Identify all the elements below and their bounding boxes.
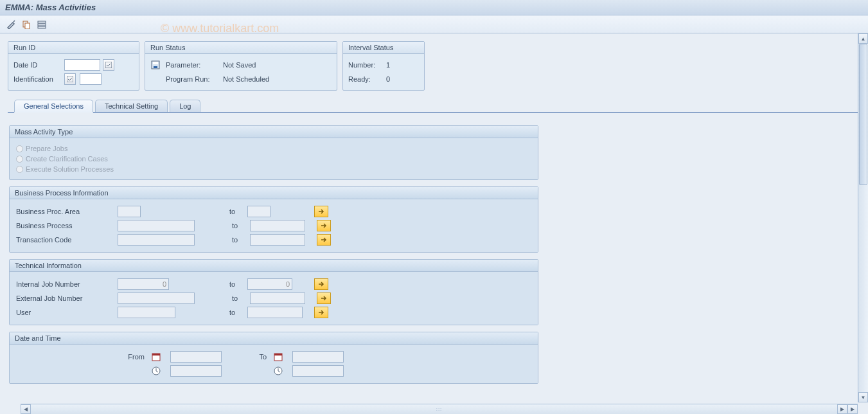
panel-run-id: Run ID Date ID Identification xyxy=(8,41,139,91)
clock-to-icon[interactable] xyxy=(273,366,283,376)
panel-run-status: Run Status Parameter: Not Saved Program … xyxy=(145,41,337,91)
identification-label: Identification xyxy=(13,75,62,83)
svg-rect-5 xyxy=(105,62,112,68)
group-business-process-info: Business Process Information Business Pr… xyxy=(9,186,538,253)
clock-from-icon[interactable] xyxy=(151,366,161,376)
svg-rect-6 xyxy=(67,76,73,82)
calendar-to-icon[interactable] xyxy=(273,352,283,362)
radio-icon xyxy=(16,145,23,152)
tab-log[interactable]: Log xyxy=(170,100,200,112)
tcode-from-input[interactable] xyxy=(118,234,195,246)
panel-header-run-id: Run ID xyxy=(8,42,139,54)
svg-rect-11 xyxy=(152,354,160,356)
wizard-icon[interactable] xyxy=(5,19,17,30)
interval-ready-label: Ready: xyxy=(348,75,384,83)
copy-icon[interactable] xyxy=(21,19,32,30)
date-id-input[interactable] xyxy=(64,59,100,71)
time-from-input[interactable] xyxy=(170,365,222,377)
group-header-bpi: Business Process Information xyxy=(10,187,538,199)
user-to-input[interactable] xyxy=(247,307,303,318)
tab-content: Mass Activity Type Prepare Jobs Create C… xyxy=(8,119,860,392)
svg-rect-8 xyxy=(153,62,158,64)
scroll-right-icon[interactable]: ▶ xyxy=(837,404,847,414)
bp-process-to-input[interactable] xyxy=(250,220,305,231)
to-label: to xyxy=(232,294,245,302)
group-mass-activity-type: Mass Activity Type Prepare Jobs Create C… xyxy=(9,125,538,180)
bp-area-label: Business Proc. Area xyxy=(16,208,112,215)
identification-input[interactable] xyxy=(80,73,102,85)
group-header-mass-activity-type: Mass Activity Type xyxy=(10,126,538,138)
radio-label-prepare-jobs: Prepare Jobs xyxy=(26,145,67,152)
svg-rect-1 xyxy=(25,23,30,29)
user-from-input[interactable] xyxy=(118,307,175,318)
layout-icon[interactable] xyxy=(36,19,48,30)
time-to-input[interactable] xyxy=(292,365,344,377)
ijob-multiselect-button[interactable] xyxy=(314,278,328,290)
ejob-multiselect-button[interactable] xyxy=(317,292,331,304)
panel-interval-status: Interval Status Number: 1 Ready: 0 xyxy=(342,41,425,91)
radio-icon xyxy=(16,166,23,173)
scroll-thumb[interactable] xyxy=(859,44,867,185)
date-id-label: Date ID xyxy=(13,61,62,69)
scroll-up-icon[interactable]: ▲ xyxy=(858,33,868,44)
horizontal-scrollbar[interactable]: ◀ ::: ▶ ▶ xyxy=(21,404,858,414)
bp-process-label: Business Process xyxy=(16,222,112,230)
tab-technical-setting[interactable]: Technical Setting xyxy=(95,100,168,112)
interval-ready-value: 0 xyxy=(386,75,390,83)
panel-header-run-status: Run Status xyxy=(145,42,337,54)
scroll-down-icon[interactable]: ▼ xyxy=(858,392,868,402)
user-multiselect-button[interactable] xyxy=(314,307,328,318)
dt-from-label: From xyxy=(119,353,145,361)
to-label: to xyxy=(229,309,242,316)
scroll-grip-icon: ::: xyxy=(436,406,443,412)
bp-area-from-input[interactable] xyxy=(118,206,141,217)
to-label: to xyxy=(229,208,242,215)
ijob-to-input[interactable] xyxy=(247,278,292,290)
date-from-input[interactable] xyxy=(170,351,222,363)
group-technical-info: Technical Information Internal Job Numbe… xyxy=(9,259,538,325)
svg-rect-9 xyxy=(154,66,157,68)
identification-f4-icon[interactable] xyxy=(64,73,76,85)
bp-area-to-input[interactable] xyxy=(247,206,270,217)
group-header-datetime: Date and Time xyxy=(10,332,538,345)
save-status-icon[interactable] xyxy=(150,60,161,70)
program-run-label: Program Run: xyxy=(166,75,220,83)
vertical-scrollbar[interactable]: ▲ ▼ xyxy=(858,33,868,402)
user-label: User xyxy=(16,309,112,316)
tcode-multiselect-button[interactable] xyxy=(317,234,331,246)
scroll-right-end-icon[interactable]: ▶ xyxy=(847,404,858,414)
ejob-to-input[interactable] xyxy=(250,292,305,304)
radio-prepare-jobs: Prepare Jobs xyxy=(16,143,531,154)
spacer-icon xyxy=(150,74,161,84)
bp-process-multiselect-button[interactable] xyxy=(317,220,331,231)
tcode-label: Transaction Code xyxy=(16,236,112,244)
svg-rect-4 xyxy=(38,26,46,28)
ijob-from-input[interactable] xyxy=(118,278,169,290)
content-area: Run ID Date ID Identification xyxy=(0,33,868,402)
tcode-to-input[interactable] xyxy=(250,234,305,246)
radio-create-clarification-cases: Create Clarification Cases xyxy=(16,154,531,164)
scroll-left-icon[interactable]: ◀ xyxy=(21,404,31,414)
svg-rect-13 xyxy=(274,354,282,356)
calendar-from-icon[interactable] xyxy=(151,352,161,362)
panel-header-interval-status: Interval Status xyxy=(343,42,424,54)
svg-rect-2 xyxy=(38,21,46,23)
ejob-from-input[interactable] xyxy=(118,292,195,304)
window-title-bar: EMMA: Mass Activities xyxy=(0,0,868,15)
parameter-value: Not Saved xyxy=(223,61,256,69)
date-id-f4-icon[interactable] xyxy=(103,59,114,71)
radio-label-create-clarification: Create Clarification Cases xyxy=(26,155,108,163)
date-to-input[interactable] xyxy=(292,351,344,363)
group-header-techinfo: Technical Information xyxy=(10,260,538,272)
svg-rect-3 xyxy=(38,24,46,26)
tab-general-selections[interactable]: General Selections xyxy=(14,100,93,113)
parameter-label: Parameter: xyxy=(166,61,220,69)
interval-number-value: 1 xyxy=(386,61,390,69)
program-run-value: Not Scheduled xyxy=(223,75,269,83)
radio-icon xyxy=(16,156,23,163)
radio-label-execute-solution: Execute Solution Processes xyxy=(26,165,114,173)
bp-area-multiselect-button[interactable] xyxy=(314,206,328,217)
application-toolbar xyxy=(0,15,868,33)
bp-process-from-input[interactable] xyxy=(118,220,195,231)
to-label: to xyxy=(232,222,245,230)
